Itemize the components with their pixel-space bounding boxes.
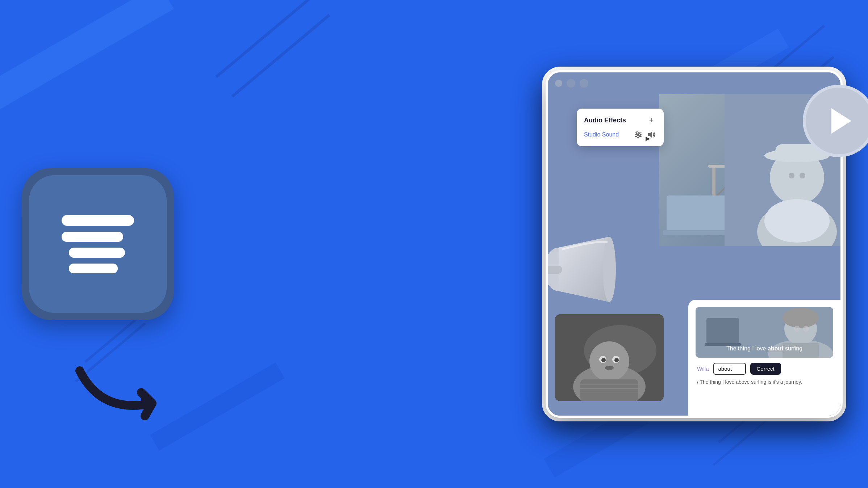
deco-line-1 — [215, 0, 328, 78]
megaphone-svg — [548, 233, 617, 306]
svg-point-17 — [764, 199, 830, 243]
window-titlebar — [548, 72, 840, 94]
audio-effects-popup: Audio Effects + Studio Sound — [577, 109, 664, 146]
arrow-icon — [72, 349, 174, 429]
svg-point-37 — [614, 358, 619, 362]
laptop-screen — [667, 195, 732, 232]
add-audio-effect-button[interactable]: + — [646, 115, 656, 125]
arrow-section — [72, 349, 174, 430]
svg-point-21 — [603, 237, 616, 302]
svg-marker-20 — [559, 237, 609, 302]
app-window: Audio Effects + Studio Sound — [546, 70, 843, 418]
app-icon-wrapper — [22, 168, 174, 320]
correction-input[interactable] — [713, 363, 746, 375]
window-content: Audio Effects + Studio Sound — [548, 94, 840, 416]
subtitle-after: surfing — [783, 345, 802, 352]
svg-point-28 — [637, 135, 639, 138]
svg-rect-39 — [580, 379, 638, 401]
svg-point-36 — [601, 358, 606, 362]
audio-effects-title: Audio Effects — [584, 117, 626, 124]
app-icon-inner — [29, 175, 167, 313]
app-window-frame: Audio Effects + Studio Sound — [542, 67, 846, 421]
megaphone-3d — [548, 233, 617, 307]
mouse-cursor: ▸ — [646, 133, 650, 143]
subtitle-video-area: The thing I love about surfing — [696, 307, 833, 358]
left-section — [22, 168, 174, 320]
subtitle-before: The thing I love — [726, 345, 768, 352]
transcript-text: / The thing I love above surfing is it's… — [697, 378, 832, 386]
deco-line-2 — [231, 14, 330, 97]
studio-sound-controls — [633, 130, 656, 140]
audio-effects-header: Audio Effects + — [584, 115, 656, 125]
app-icon-logo — [54, 208, 141, 280]
svg-rect-2 — [69, 248, 125, 258]
svg-rect-44 — [706, 318, 739, 343]
play-triangle-icon — [831, 108, 851, 134]
svg-point-16 — [800, 173, 805, 178]
titlebar-dot-yellow — [567, 79, 575, 88]
studio-sound-label: Studio Sound — [584, 131, 619, 138]
subtitle-correction-panel: The thing I love about surfing Willa Cor… — [688, 300, 840, 416]
transcript-correction-row: Willa Correct — [697, 363, 832, 375]
subtitle-highlight: about — [768, 345, 784, 352]
svg-point-48 — [783, 308, 819, 328]
svg-point-50 — [803, 326, 809, 332]
titlebar-dot-green — [580, 79, 588, 88]
titlebar-dot-red — [555, 80, 562, 87]
svg-rect-1 — [62, 232, 123, 242]
svg-rect-0 — [62, 215, 134, 226]
sliders-icon[interactable] — [633, 130, 643, 140]
correct-button[interactable]: Correct — [750, 363, 781, 375]
svg-point-49 — [794, 326, 800, 332]
svg-point-26 — [636, 132, 638, 134]
transcript-area: Willa Correct / The thing I love above s… — [696, 363, 833, 386]
svg-rect-14 — [775, 144, 819, 159]
svg-point-38 — [605, 366, 614, 370]
speaker-name: Willa — [697, 366, 709, 372]
right-section: Audio Effects + Studio Sound — [542, 67, 846, 421]
svg-rect-3 — [69, 264, 118, 273]
svg-point-15 — [789, 173, 794, 178]
subtitle-text-overlay: The thing I love about surfing — [696, 345, 833, 352]
svg-rect-22 — [548, 266, 562, 274]
svg-point-33 — [589, 341, 629, 381]
bg-stripe-1 — [0, 0, 174, 118]
left-video-area — [555, 314, 664, 401]
person-video-svg — [555, 314, 664, 401]
